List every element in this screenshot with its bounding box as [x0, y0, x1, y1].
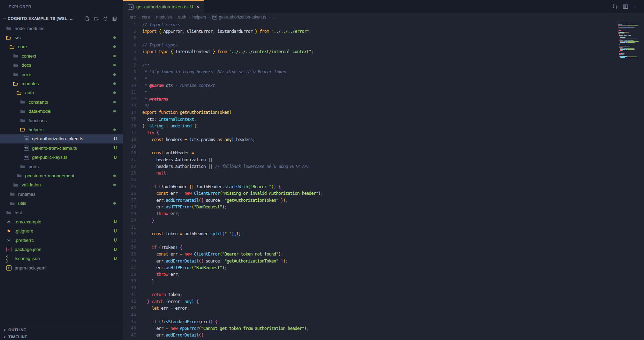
minimap[interactable] [618, 21, 644, 340]
code-lines: 1// Import errors2import { AppError, Cli… [123, 21, 644, 338]
code-line: 5import type { InternalContext } from ".… [123, 48, 644, 55]
code-line: 37 err.asHTTPError("BadRequest"); [123, 264, 644, 271]
tree-item-.prettierrc[interactable]: .prettierrcU [0, 236, 123, 245]
split-editor-icon[interactable] [623, 4, 628, 9]
breadcrumb-item[interactable]: helpers [192, 15, 206, 20]
tree-item-pcustomer-management[interactable]: pcustomer-management [0, 171, 123, 180]
tree-item-auth[interactable]: auth [0, 88, 123, 97]
tree-item-label: context [22, 53, 36, 59]
code-line: 2import { AppError, ClientError, isStand… [123, 28, 644, 35]
tree-item-modules[interactable]: modules [0, 79, 123, 88]
code-line: 41 return token; [123, 291, 644, 298]
code-line: 14export function getAuthorizationToken( [123, 109, 644, 116]
tree-item-utils[interactable]: utils [0, 199, 123, 208]
git-status-badge: U [114, 146, 117, 150]
line-number: 28 [123, 205, 136, 209]
line-number: 35 [123, 252, 136, 257]
new-folder-icon[interactable] [94, 16, 99, 21]
line-number: 43 [123, 305, 136, 310]
project-title: COGNITO-EXAMPLE-TS [WSL: ... [8, 16, 74, 21]
breadcrumb-item[interactable]: auth [178, 15, 186, 20]
timeline-panel-header[interactable]: TIMELINE [0, 333, 123, 340]
sidebar-bottom-panels: OUTLINE TIMELINE [0, 326, 123, 340]
tree-item-get-authorization-token.ts[interactable]: TSget-authorization-token.tsU [0, 134, 123, 143]
tree-item-ports[interactable]: ports [0, 162, 123, 171]
outline-panel-header[interactable]: OUTLINE [0, 326, 123, 333]
close-icon[interactable]: × [196, 4, 199, 10]
tree-item-label: error [22, 72, 31, 77]
line-number: 38 [123, 272, 136, 277]
more-actions-icon[interactable]: ⋯ [633, 4, 638, 9]
tree-item-functions[interactable]: functions [0, 116, 123, 125]
code-line: 23 null; [123, 170, 644, 176]
tree-item-test[interactable]: test [0, 208, 123, 217]
breadcrumb-item[interactable]: TSget-authorization-token.ts [212, 15, 266, 20]
timeline-panel-label: TIMELINE [8, 335, 28, 339]
tree-item-pnpm-lock.yaml[interactable]: Ypnpm-lock.yaml [0, 263, 123, 272]
breadcrumb-item[interactable]: src [130, 15, 136, 20]
folder-icon [20, 99, 25, 105]
folder-icon [9, 191, 15, 197]
tree-item-get-public-keys.ts[interactable]: TSget-public-keys.tsU [0, 153, 123, 162]
line-number: 16 [123, 124, 136, 128]
tree-item-label: .prettierrc [15, 238, 34, 243]
line-number: 6 [123, 56, 136, 61]
breadcrumb-item[interactable]: modules [156, 15, 172, 20]
code-line: 42 } catch (error: any) { [123, 298, 644, 304]
line-number: 11 [123, 90, 136, 95]
tree-item-.env.example[interactable]: .env.exampleU [0, 217, 123, 226]
line-number: 36 [123, 258, 136, 263]
modified-dot-badge [113, 73, 116, 76]
tree-item-core[interactable]: core [0, 42, 123, 51]
code-line: 31 [123, 224, 644, 230]
tree-item-get-info-from-claims.ts[interactable]: TSget-info-from-claims.tsU [0, 143, 123, 153]
folder-icon [20, 118, 25, 123]
code-editor[interactable]: 1// Import errors2import { AppError, Cli… [123, 21, 644, 340]
line-number: 1 [123, 22, 136, 27]
ts-icon: TS [23, 145, 29, 151]
open-changes-icon[interactable] [612, 4, 618, 9]
folder-icon [6, 25, 12, 31]
tree-item-docs[interactable]: docs [0, 61, 123, 70]
line-number: 46 [123, 326, 136, 331]
tree-item-error[interactable]: error [0, 70, 123, 79]
code-line: 36 err.addErrorDetail({ source: "getAuth… [123, 257, 644, 264]
breadcrumb-separator: › [268, 15, 270, 19]
tree-item-tsconfig.json[interactable]: { }tsconfig.jsonU [0, 254, 123, 263]
tree-item-data-model[interactable]: data-model [0, 107, 123, 116]
breadcrumb-item[interactable]: ... [272, 15, 276, 20]
line-number: 12 [123, 96, 136, 101]
code-line: 24 [123, 177, 644, 183]
tree-item-validation[interactable]: validation [0, 180, 123, 190]
code-line: 43 let err = error; [123, 305, 644, 311]
tree-item-constants[interactable]: constants [0, 97, 123, 106]
tree-item-package.json[interactable]: npackage.jsonU [0, 245, 123, 254]
tree-item-.gitignore[interactable]: .gitignoreU [0, 227, 123, 236]
new-file-icon[interactable] [85, 16, 90, 21]
line-number: 45 [123, 319, 136, 324]
refresh-icon[interactable] [103, 16, 108, 21]
ts-icon: TS [23, 155, 29, 160]
code-line: 11 * [123, 89, 644, 95]
tree-item-node-modules[interactable]: node_modules [0, 24, 123, 33]
code-line: 39 } [123, 278, 644, 284]
tree-item-src[interactable]: src [0, 33, 123, 42]
modified-dot-badge [113, 184, 116, 186]
folder-open-icon [9, 44, 15, 50]
tree-item-helpers[interactable]: helpers [0, 125, 123, 134]
project-section-header[interactable]: COGNITO-EXAMPLE-TS [WSL: ... [0, 13, 123, 24]
line-number: 33 [123, 238, 136, 243]
git-icon [6, 228, 12, 234]
code-line: 38 throw err; [123, 271, 644, 278]
tab-get-authorization-token[interactable]: TS get-authorization-token.ts U × [123, 0, 204, 13]
breadcrumb-item[interactable]: core [142, 15, 150, 20]
collapse-folders-icon[interactable] [112, 16, 117, 21]
tree-item-label: utils [18, 201, 26, 206]
line-number: 21 [123, 157, 136, 162]
explorer-more-icon[interactable]: ⋯ [113, 4, 118, 9]
tree-item-runtimes[interactable]: runtimes [0, 190, 123, 199]
code-line: 34 if (!token) { [123, 244, 644, 251]
npm-icon: n [6, 247, 12, 252]
tree-item-context[interactable]: context [0, 51, 123, 60]
code-line: 32 const token = authHeader.split(" ")[1… [123, 230, 644, 237]
